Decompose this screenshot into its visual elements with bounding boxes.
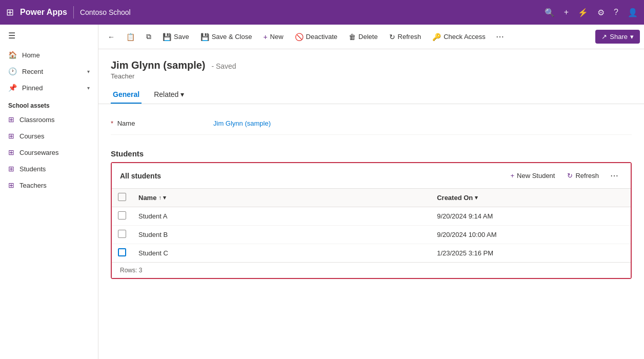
- subgrid-section: Students All students + New Student ↻: [98, 143, 644, 287]
- check-access-icon: 🔑: [432, 33, 441, 41]
- record-title-row: Jim Glynn (sample) - Saved: [111, 59, 632, 71]
- created-sort-icon: ▾: [475, 194, 478, 201]
- subgrid-section-title: Students: [111, 143, 632, 162]
- sidebar-item-teachers[interactable]: ⊞ Teachers: [0, 177, 98, 193]
- subgrid-header-actions: + New Student ↻ Refresh ⋯: [505, 168, 622, 183]
- row-checkbox-cell: [112, 244, 132, 263]
- subgrid-refresh-button[interactable]: ↻ Refresh: [562, 169, 604, 182]
- recent-arrow: ▾: [87, 69, 90, 74]
- hamburger-button[interactable]: ☰: [0, 25, 98, 47]
- notes-icon: 📋: [126, 33, 135, 41]
- share-button[interactable]: ↗ Share ▾: [595, 30, 640, 44]
- recent-icon: 🕐: [8, 67, 17, 75]
- back-icon: ←: [108, 33, 115, 41]
- home-icon: 🏠: [8, 51, 17, 59]
- students-table: Name ↑ ▾ Created On ▾: [112, 189, 631, 262]
- main-content: ← 📋 ⧉ 💾 Save 💾 Save & Close + New 🚫: [98, 25, 644, 359]
- share-label: Share: [610, 33, 628, 41]
- tab-related-label: Related: [154, 90, 178, 98]
- sidebar-home-label: Home: [22, 51, 40, 59]
- sidebar-coursewares-label: Coursewares: [19, 149, 59, 156]
- tabs-bar: General Related ▾: [98, 80, 644, 104]
- save-close-button[interactable]: 💾 Save & Close: [195, 30, 257, 44]
- new-window-icon: ⧉: [146, 32, 151, 41]
- name-column-header[interactable]: Name ↑ ▾: [132, 189, 431, 207]
- sidebar-item-home[interactable]: 🏠 Home: [0, 47, 98, 63]
- top-nav: ⊞ Power Apps Contoso School 🔍 + ⚡ ⚙ ? 👤: [0, 0, 644, 25]
- subgrid-container: All students + New Student ↻ Refresh ⋯: [111, 162, 632, 279]
- subgrid-header: All students + New Student ↻ Refresh ⋯: [112, 163, 631, 189]
- save-button[interactable]: 💾 Save: [157, 30, 194, 44]
- new-student-button[interactable]: + New Student: [505, 169, 560, 182]
- layout: ☰ 🏠 Home 🕐 Recent ▾ 📌 Pinned ▾ School as…: [0, 25, 644, 359]
- created-on-column-header[interactable]: Created On ▾: [431, 189, 631, 207]
- help-icon[interactable]: ?: [614, 8, 618, 17]
- new-icon: +: [263, 33, 267, 41]
- save-close-label: Save & Close: [212, 33, 252, 41]
- name-value[interactable]: Jim Glynn (sample): [213, 119, 271, 127]
- sidebar-section-title: School assets: [0, 96, 98, 111]
- add-icon[interactable]: +: [564, 8, 569, 17]
- sidebar-item-classrooms[interactable]: ⊞ Classrooms: [0, 111, 98, 128]
- row-name-student-a[interactable]: Student A: [132, 207, 431, 226]
- new-button[interactable]: + New: [258, 30, 288, 44]
- save-label: Save: [174, 33, 189, 41]
- name-required: *: [111, 119, 113, 127]
- save-close-icon: 💾: [200, 33, 209, 41]
- table-row: Student C1/23/2025 3:16 PM: [112, 244, 631, 263]
- row-checkbox-student-b[interactable]: [118, 230, 126, 238]
- coursewares-icon: ⊞: [8, 148, 14, 156]
- app-name: Contoso School: [80, 8, 131, 16]
- teachers-icon: ⊞: [8, 181, 14, 189]
- row-name-student-c[interactable]: Student C: [132, 244, 431, 263]
- avatar[interactable]: 👤: [628, 8, 638, 17]
- record-title: Jim Glynn (sample): [111, 59, 206, 71]
- top-nav-icons: 🔍 + ⚡ ⚙ ? 👤: [545, 8, 638, 17]
- record-type: Teacher: [111, 72, 632, 80]
- waffle-icon[interactable]: ⊞: [6, 7, 14, 18]
- new-student-icon: +: [510, 172, 514, 180]
- name-label: * Name: [111, 119, 213, 127]
- sidebar-item-pinned[interactable]: 📌 Pinned ▾: [0, 79, 98, 96]
- name-sort-icon: ↑ ▾: [158, 194, 166, 201]
- sidebar-item-courses[interactable]: ⊞ Courses: [0, 128, 98, 144]
- subgrid-refresh-icon: ↻: [567, 172, 573, 180]
- record-header: Jim Glynn (sample) - Saved Teacher: [98, 49, 644, 80]
- sidebar-item-coursewares[interactable]: ⊞ Coursewares: [0, 144, 98, 161]
- share-arrow: ▾: [630, 33, 634, 41]
- toolbar: ← 📋 ⧉ 💾 Save 💾 Save & Close + New 🚫: [98, 25, 644, 49]
- students-icon: ⊞: [8, 165, 14, 173]
- subgrid-footer: Rows: 3: [112, 262, 631, 278]
- settings-icon[interactable]: ⚙: [597, 8, 605, 17]
- tab-related-arrow: ▾: [180, 90, 184, 98]
- toolbar-more-button[interactable]: ⋯: [492, 29, 508, 45]
- refresh-button[interactable]: ↻ Refresh: [384, 30, 427, 44]
- tab-general[interactable]: General: [111, 86, 142, 104]
- back-button[interactable]: ←: [103, 30, 120, 44]
- sidebar-students-label: Students: [19, 165, 46, 173]
- select-all-checkbox[interactable]: [118, 193, 126, 201]
- notes-button[interactable]: 📋: [121, 30, 140, 44]
- sidebar-item-recent[interactable]: 🕐 Recent ▾: [0, 63, 98, 79]
- subgrid-more-button[interactable]: ⋯: [606, 168, 622, 183]
- deactivate-icon: 🚫: [295, 33, 304, 41]
- refresh-label: Refresh: [398, 33, 421, 41]
- form-section: * Name Jim Glynn (sample): [98, 104, 644, 143]
- app-title: Power Apps: [20, 8, 67, 17]
- deactivate-button[interactable]: 🚫 Deactivate: [290, 30, 343, 44]
- search-icon[interactable]: 🔍: [545, 8, 555, 17]
- check-access-button[interactable]: 🔑 Check Access: [427, 30, 491, 44]
- filter-icon[interactable]: ⚡: [578, 8, 588, 17]
- sidebar-item-students[interactable]: ⊞ Students: [0, 161, 98, 177]
- delete-icon: 🗑: [349, 33, 356, 41]
- row-name-student-b[interactable]: Student B: [132, 226, 431, 244]
- tab-related[interactable]: Related ▾: [152, 86, 186, 104]
- delete-button[interactable]: 🗑 Delete: [344, 30, 383, 44]
- subgrid-refresh-label: Refresh: [575, 172, 599, 180]
- row-created-student-b: 9/20/2024 10:00 AM: [431, 226, 631, 244]
- select-all-header: [112, 189, 132, 207]
- row-checkbox-student-a[interactable]: [118, 211, 126, 220]
- row-checkbox-student-c[interactable]: [118, 248, 126, 256]
- refresh-icon: ↻: [389, 33, 395, 41]
- new-window-button[interactable]: ⧉: [141, 29, 156, 44]
